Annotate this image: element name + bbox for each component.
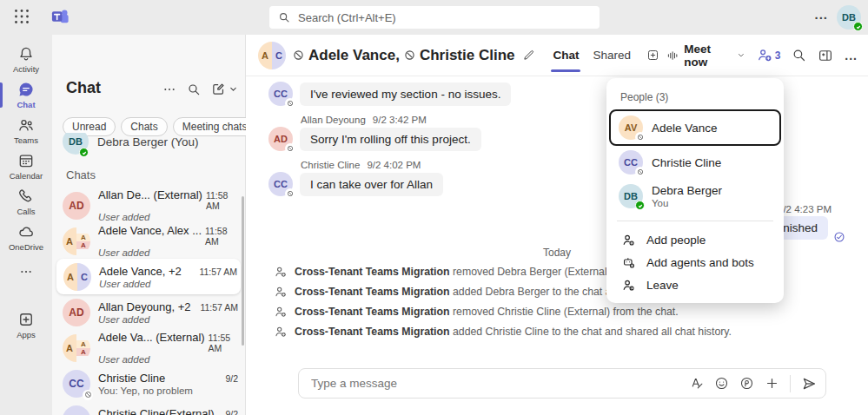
chat-item-time: 11:57 AM xyxy=(200,302,238,313)
chat-item-time: 9/2 xyxy=(225,409,238,415)
avatar-initials: AV xyxy=(625,122,637,133)
open-detail-pane-button[interactable] xyxy=(818,48,833,63)
chat-list-item[interactable]: AAA Adele Vance, Alex ...11:58 AMUser ad… xyxy=(52,223,245,259)
chat-item-time: 9/2 xyxy=(225,373,238,384)
conversation-search-button[interactable] xyxy=(792,48,806,63)
avatar-letter: A xyxy=(76,340,90,348)
rail-more-button[interactable] xyxy=(0,259,52,285)
chat-list-item-selected[interactable]: AC Adele Vance, +211:57 AMUser added xyxy=(56,259,241,294)
message-author: Allan Deyoung xyxy=(301,115,366,125)
people-member-adele[interactable]: AV Adele Vance xyxy=(609,109,781,146)
new-chat-button[interactable] xyxy=(211,82,238,96)
add-people-button[interactable]: Add people xyxy=(606,228,784,251)
chat-list-item[interactable]: AD Allan De... (External)11:58 AMUser ad… xyxy=(52,188,245,223)
chat-list-item[interactable]: CC Christie Cline9/2You: Yep, no problem xyxy=(52,366,245,401)
people-member-debra[interactable]: DB Debra Berger You xyxy=(606,179,784,214)
chevron-down-icon xyxy=(229,84,238,94)
blocked-badge-icon xyxy=(635,167,646,177)
conversation-avatar[interactable]: AC xyxy=(258,42,286,69)
rail-item-activity[interactable]: Activity xyxy=(0,42,52,77)
person-add-icon xyxy=(274,285,288,299)
avatar[interactable]: AD xyxy=(268,127,293,151)
loop-button[interactable] xyxy=(739,376,754,391)
avatar-initials: CC xyxy=(274,89,288,99)
message-author: Christie Cline xyxy=(301,160,360,170)
avatar-letter: C xyxy=(77,263,91,291)
top-bar: ... DB xyxy=(0,0,868,35)
emoji-button[interactable] xyxy=(714,376,729,391)
search-icon xyxy=(792,48,806,63)
topbar-more-button[interactable]: ... xyxy=(814,7,828,22)
blocked-icon xyxy=(293,49,304,61)
chevron-down-icon xyxy=(737,50,745,60)
person-add-icon xyxy=(621,233,636,247)
blocked-badge-icon xyxy=(83,390,93,400)
chat-list-item[interactable]: CC Christie Cline(External)9/2You: Yep, … xyxy=(52,401,245,415)
blocked-badge-icon xyxy=(285,188,295,199)
rail-item-teams[interactable]: Teams xyxy=(0,113,52,148)
chat-list-title: Chat xyxy=(66,79,101,97)
leave-chat-button[interactable]: Leave xyxy=(606,273,784,296)
people-popup-title: People (3) xyxy=(606,83,784,109)
chat-item-time: 11:57 AM xyxy=(199,267,237,277)
conversation-more-button[interactable]: ... xyxy=(845,49,858,63)
edit-chat-name-button[interactable] xyxy=(522,49,535,62)
rail-item-apps[interactable]: Apps xyxy=(0,307,52,343)
avatar: CC xyxy=(63,405,90,415)
avatar-initials: AD xyxy=(69,306,83,319)
people-add-icon xyxy=(757,47,773,63)
chat-item-debra-berger[interactable]: DB Debra Berger (You) xyxy=(63,133,199,155)
add-tab-button[interactable] xyxy=(646,49,659,62)
system-message: Cross-Tenant Teams Migration removed Chr… xyxy=(274,305,679,319)
participants-button[interactable]: 3 xyxy=(757,47,781,63)
message-input[interactable] xyxy=(311,377,679,390)
tab-chat[interactable]: Chat xyxy=(553,35,579,76)
message-meta: Allan Deyoung 9/2 3:42 PM xyxy=(301,115,427,125)
rail-label: OneDrive xyxy=(9,242,43,252)
avatar-letter: A xyxy=(63,227,76,255)
format-button[interactable] xyxy=(689,376,704,391)
meet-now-button[interactable]: Meet now xyxy=(666,43,745,69)
message-time: 9/2 4:23 PM xyxy=(778,204,832,214)
tab-shared[interactable]: Shared xyxy=(593,35,631,76)
search-icon xyxy=(187,82,201,96)
avatar-initials: CC xyxy=(624,157,638,168)
chat-search-button[interactable] xyxy=(187,82,201,96)
send-button[interactable] xyxy=(801,376,817,392)
rail-item-calendar[interactable]: Calendar xyxy=(0,148,52,184)
app-launcher-icon[interactable] xyxy=(14,9,30,24)
system-actor: Cross-Tenant Teams Migration xyxy=(295,286,450,298)
avatar: AV xyxy=(619,115,643,140)
global-search[interactable] xyxy=(269,6,600,29)
search-input[interactable] xyxy=(298,11,591,24)
chat-item-time: 11:55 AM xyxy=(209,333,238,353)
people-member-christie[interactable]: CC Christie Cline xyxy=(606,146,784,179)
avatar: AD xyxy=(63,299,90,326)
rail-item-chat[interactable]: Chat xyxy=(0,77,52,113)
member-subtitle: You xyxy=(652,198,722,208)
presence-online-icon xyxy=(79,148,89,157)
chat-list-item[interactable]: AAA Adele Va... (External)11:55 AMUser a… xyxy=(52,330,245,366)
message-composer[interactable] xyxy=(298,368,826,399)
member-name: Debra Berger xyxy=(652,184,722,197)
chat-item-preview: User added xyxy=(98,314,238,325)
system-actor: Cross-Tenant Teams Migration xyxy=(295,306,450,318)
avatar[interactable]: CC xyxy=(268,82,293,106)
meet-now-label: Meet now xyxy=(684,43,732,69)
blocked-icon xyxy=(404,49,415,61)
user-avatar[interactable]: DB xyxy=(837,5,861,30)
message-time: 9/2 4:02 PM xyxy=(367,160,421,170)
message-time: 9/2 3:42 PM xyxy=(373,115,427,125)
chat-filter-more-button[interactable] xyxy=(162,82,176,96)
chat-item-preview: User added xyxy=(98,354,238,365)
attach-plus-button[interactable] xyxy=(765,376,779,391)
avatar-initials: CC xyxy=(274,179,288,189)
add-agents-bots-button[interactable]: Add agents and bots xyxy=(606,251,784,273)
chat-list-item[interactable]: AD Allan Deyoung, +211:57 AMUser added xyxy=(52,294,245,330)
rail-item-onedrive[interactable]: OneDrive xyxy=(0,220,52,255)
rail-item-calls[interactable]: Calls xyxy=(0,184,52,220)
avatar[interactable]: CC xyxy=(268,172,293,196)
app-rail: Activity Chat Teams Calendar Calls OneDr… xyxy=(0,35,52,415)
seen-indicator-icon xyxy=(833,231,845,243)
chat-list-scrollbar[interactable] xyxy=(242,196,244,346)
